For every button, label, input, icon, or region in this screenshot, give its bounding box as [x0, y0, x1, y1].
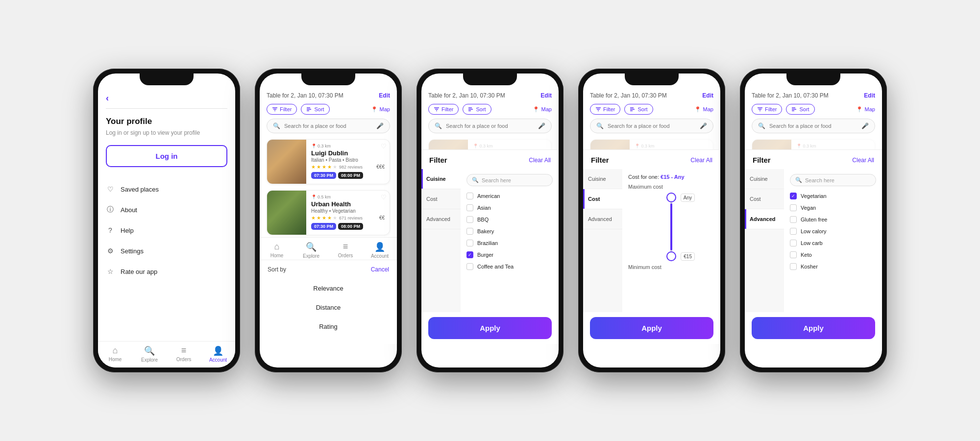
- header-edit[interactable]: Edit: [864, 92, 875, 99]
- filter-tab-cost[interactable]: Cost: [421, 189, 461, 209]
- nav-home[interactable]: ⌂ Home: [260, 242, 294, 259]
- search-input[interactable]: [446, 123, 534, 129]
- map-button[interactable]: 📍 Map: [371, 106, 390, 113]
- menu-about[interactable]: ⓘ About: [98, 199, 235, 220]
- checkbox-low-calory[interactable]: [790, 228, 797, 235]
- time-badge-4[interactable]: 08:00 PM: [338, 223, 363, 230]
- checkbox-burger[interactable]: [466, 251, 473, 258]
- checkbox-bakery[interactable]: [466, 228, 473, 235]
- search-input[interactable]: [284, 123, 372, 129]
- filter-button[interactable]: Filter: [590, 104, 620, 115]
- apply-button[interactable]: Apply: [752, 317, 875, 339]
- cost-slider[interactable]: Any €15: [628, 194, 714, 260]
- search-bar[interactable]: 🔍 🎤: [752, 119, 875, 133]
- time-badge-3[interactable]: 07:30 PM: [311, 223, 336, 230]
- cuisine-burger[interactable]: Burger: [466, 249, 553, 261]
- nav-home[interactable]: ⌂ Home: [98, 345, 132, 363]
- search-bar[interactable]: 🔍 🎤: [590, 119, 713, 133]
- menu-help[interactable]: ? Help: [98, 220, 235, 241]
- mic-icon[interactable]: 🎤: [538, 122, 545, 129]
- cuisine-american[interactable]: American: [466, 190, 553, 202]
- checkbox-brazilian[interactable]: [466, 240, 473, 246]
- sort-button[interactable]: Sort: [463, 104, 491, 115]
- menu-saved-places[interactable]: ♡ Saved places: [98, 179, 235, 199]
- checkbox-american[interactable]: [466, 193, 473, 199]
- filter-tab-cuisine[interactable]: Cuisine: [421, 169, 461, 189]
- filter-tab-cuisine[interactable]: Cuisine: [745, 169, 784, 189]
- cuisine-search[interactable]: 🔍 Search here: [466, 174, 553, 186]
- search-bar[interactable]: 🔍 🎤: [428, 119, 552, 133]
- checkbox-coffee[interactable]: [466, 263, 473, 270]
- restaurant-card-urban[interactable]: 📍 0.5 km Urban Health Healthy • Vegetari…: [267, 190, 390, 235]
- apply-button[interactable]: Apply: [428, 317, 552, 339]
- checkbox-kosher[interactable]: [790, 263, 797, 270]
- checkbox-asian[interactable]: [466, 204, 473, 211]
- slider-thumb-max[interactable]: Any: [666, 193, 676, 202]
- cuisine-asian[interactable]: Asian: [466, 202, 553, 214]
- mic-icon[interactable]: 🎤: [861, 122, 869, 129]
- filter-button[interactable]: Filter: [267, 104, 297, 115]
- filter-tab-advanced[interactable]: Advanced: [583, 209, 622, 229]
- nav-orders[interactable]: ≡ Orders: [167, 345, 201, 363]
- advanced-low-calory[interactable]: Low calory: [790, 225, 876, 237]
- checkbox-gluten[interactable]: [790, 216, 797, 223]
- checkbox-keto[interactable]: [790, 251, 797, 258]
- heart-icon[interactable]: ♡: [381, 143, 387, 150]
- sort-button[interactable]: Sort: [624, 104, 653, 115]
- apply-button[interactable]: Apply: [590, 317, 713, 339]
- advanced-keto[interactable]: Keto: [790, 249, 876, 261]
- slider-thumb-min[interactable]: €15: [666, 251, 676, 261]
- filter-clear-button[interactable]: Clear All: [852, 157, 874, 164]
- header-edit[interactable]: Edit: [540, 92, 552, 99]
- map-button[interactable]: 📍 Map: [856, 106, 875, 113]
- back-arrow-icon[interactable]: ‹: [106, 93, 109, 103]
- nav-explore[interactable]: 🔍 Explore: [294, 242, 328, 259]
- login-button[interactable]: Log in: [106, 145, 227, 167]
- advanced-low-carb[interactable]: Low carb: [790, 237, 876, 249]
- sort-button[interactable]: Sort: [301, 104, 329, 115]
- search-input[interactable]: [769, 123, 858, 129]
- nav-account[interactable]: 👤 Account: [201, 345, 235, 363]
- time-badge-2[interactable]: 08:00 PM: [338, 172, 363, 179]
- mic-icon[interactable]: 🎤: [700, 122, 707, 129]
- sort-button[interactable]: Sort: [786, 104, 814, 115]
- filter-tab-advanced[interactable]: Advanced: [745, 209, 784, 229]
- sort-rating[interactable]: Rating: [260, 317, 397, 336]
- sort-distance[interactable]: Distance: [260, 298, 397, 317]
- advanced-kosher[interactable]: Kosher: [790, 261, 876, 272]
- map-button[interactable]: 📍 Map: [694, 106, 713, 113]
- nav-account[interactable]: 👤 Account: [363, 242, 397, 259]
- menu-rate[interactable]: ☆ Rate our app: [98, 261, 235, 282]
- filter-clear-button[interactable]: Clear All: [529, 157, 551, 164]
- checkbox-vegan[interactable]: [790, 204, 797, 211]
- sort-relevance[interactable]: Relevance: [260, 279, 397, 298]
- advanced-vegan[interactable]: Vegan: [790, 202, 876, 214]
- nav-orders[interactable]: ≡ Orders: [328, 242, 363, 259]
- checkbox-vegetarian[interactable]: [790, 193, 797, 199]
- filter-tab-cost[interactable]: Cost: [583, 189, 622, 209]
- filter-clear-button[interactable]: Clear All: [690, 157, 712, 164]
- filter-button[interactable]: Filter: [752, 104, 782, 115]
- header-edit[interactable]: Edit: [702, 92, 713, 99]
- sort-cancel-button[interactable]: Cancel: [371, 266, 389, 273]
- mic-icon[interactable]: 🎤: [376, 122, 384, 129]
- cuisine-coffee[interactable]: Coffee and Tea: [466, 261, 553, 272]
- heart-icon-urban[interactable]: ♡: [381, 194, 387, 201]
- nav-explore[interactable]: 🔍 Explore: [132, 345, 167, 363]
- filter-tab-cost[interactable]: Cost: [745, 189, 784, 209]
- filter-tab-cuisine[interactable]: Cuisine: [583, 169, 622, 189]
- checkbox-low-carb[interactable]: [790, 240, 797, 246]
- filter-tab-advanced[interactable]: Advanced: [421, 209, 461, 229]
- advanced-search[interactable]: 🔍 Search here: [790, 174, 876, 186]
- time-badge-1[interactable]: 07:30 PM: [311, 172, 336, 179]
- checkbox-bbq[interactable]: [466, 216, 473, 223]
- map-button[interactable]: 📍 Map: [533, 106, 552, 113]
- search-bar[interactable]: 🔍 🎤: [267, 119, 390, 133]
- advanced-vegetarian[interactable]: Vegetarian: [790, 190, 876, 202]
- filter-button[interactable]: Filter: [428, 104, 459, 115]
- cuisine-bakery[interactable]: Bakery: [466, 225, 553, 237]
- advanced-gluten[interactable]: Gluten free: [790, 214, 876, 225]
- menu-settings[interactable]: ⚙ Settings: [98, 241, 235, 261]
- header-edit[interactable]: Edit: [379, 92, 390, 99]
- cuisine-bbq[interactable]: BBQ: [466, 214, 553, 225]
